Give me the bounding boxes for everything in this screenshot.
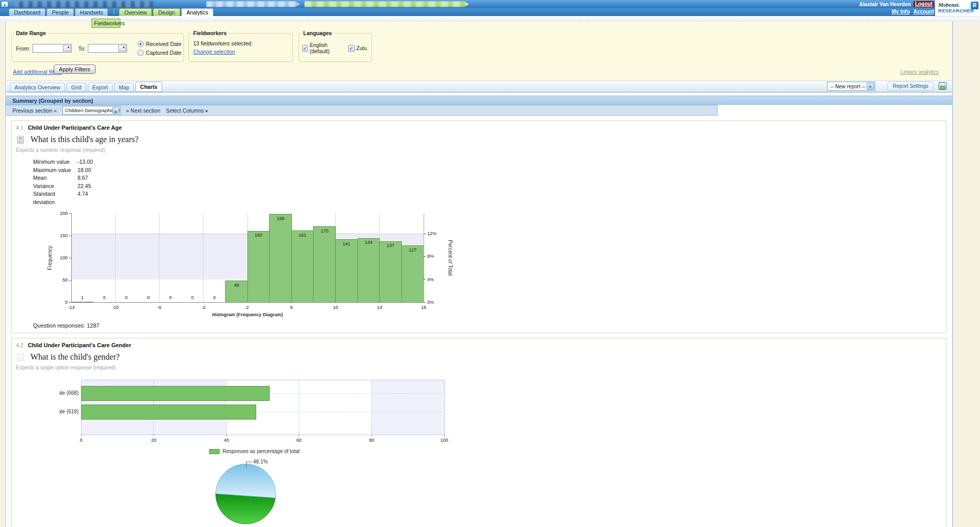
question-text: What is this child's age in years? bbox=[30, 135, 138, 144]
section-number: 4.1 bbox=[16, 125, 23, 131]
previous-section-link[interactable]: Previous section « bbox=[12, 107, 57, 114]
fieldworkers-menu-item[interactable]: Fieldworkers bbox=[91, 19, 120, 28]
report-settings-button[interactable]: Report Settings bbox=[888, 82, 934, 91]
svg-text:12%: 12% bbox=[427, 231, 437, 236]
breadcrumb-section-redacted[interactable] bbox=[304, 1, 469, 7]
legacy-analytics-link[interactable]: Legacy analytics bbox=[900, 69, 939, 75]
my-info-link[interactable]: My Info bbox=[892, 9, 910, 14]
svg-text:0: 0 bbox=[125, 295, 128, 300]
svg-text:Female (619): Female (619) bbox=[59, 409, 79, 414]
fieldworkers-selected-text: 13 fieldworkers selected bbox=[193, 40, 292, 47]
calendar-icon[interactable] bbox=[63, 45, 71, 52]
to-date-input[interactable] bbox=[88, 44, 127, 53]
svg-text:0: 0 bbox=[169, 295, 172, 300]
single-option-question-icon bbox=[17, 353, 24, 361]
svg-text:Frequency: Frequency bbox=[47, 245, 53, 270]
question-section-4-2: 4.2Child Under Participant's Care Gender… bbox=[11, 338, 946, 527]
svg-text:-10: -10 bbox=[112, 305, 119, 310]
breadcrumb-survey-redacted[interactable] bbox=[206, 1, 300, 7]
nav-tab-design[interactable]: Design bbox=[153, 8, 180, 16]
svg-text:0: 0 bbox=[103, 295, 105, 300]
nav-separator bbox=[114, 9, 114, 14]
svg-text:-6: -6 bbox=[157, 305, 161, 310]
svg-text:40: 40 bbox=[224, 438, 229, 443]
zulu-checkbox[interactable] bbox=[348, 45, 355, 52]
legend-swatch-green bbox=[209, 449, 220, 454]
svg-text:0: 0 bbox=[191, 295, 194, 300]
svg-text:100: 100 bbox=[60, 255, 68, 260]
svg-text:14: 14 bbox=[377, 305, 382, 310]
summary-content: 4.1Child Under Participant's Care Age Wh… bbox=[6, 116, 952, 527]
main-nav: Dashboard People Handsets Overview Desig… bbox=[0, 8, 980, 16]
svg-text:0%: 0% bbox=[427, 300, 434, 305]
next-section-link[interactable]: » Next section bbox=[126, 107, 161, 114]
svg-text:0: 0 bbox=[147, 295, 150, 300]
received-date-radio[interactable] bbox=[137, 41, 144, 47]
account-link[interactable]: Account bbox=[913, 9, 934, 14]
zulu-language-option[interactable]: Zulu bbox=[348, 45, 367, 52]
main-container: Date Range From: To: Received Date Captu… bbox=[5, 22, 953, 527]
svg-text:-2: -2 bbox=[201, 305, 206, 310]
question-responses-count: Question responses: 1287 bbox=[33, 322, 946, 329]
english-language-option[interactable]: English (default) bbox=[302, 42, 344, 54]
logout-link[interactable]: Logout bbox=[913, 1, 934, 7]
section-number: 4.2 bbox=[16, 343, 23, 348]
question-expects-note: Expects a numeric response (required) bbox=[16, 147, 946, 153]
svg-text:200: 200 bbox=[60, 211, 68, 216]
english-checkbox[interactable] bbox=[302, 45, 308, 52]
report-toolbar: Analytics Overview Grid Export Map Chart… bbox=[6, 81, 952, 92]
nav-tab-overview[interactable]: Overview bbox=[119, 8, 152, 16]
svg-text:161: 161 bbox=[299, 233, 306, 238]
from-label: From: bbox=[16, 45, 30, 52]
report-tab-map[interactable]: Map bbox=[114, 83, 134, 92]
bar-chart-legend: Responses as percentage of total bbox=[209, 448, 946, 454]
section-title: Child Under Participant's Care Age bbox=[28, 125, 122, 131]
svg-text:20: 20 bbox=[151, 438, 157, 443]
user-name: Alastair Van Heerden bbox=[859, 2, 911, 7]
save-icon[interactable] bbox=[938, 82, 947, 91]
window-menu-button[interactable] bbox=[1, 1, 8, 7]
section-title: Child Under Participant's Care Gender bbox=[28, 342, 131, 348]
date-range-fieldset: Date Range From: To: Received Date Captu… bbox=[11, 30, 184, 62]
apply-filters-button[interactable]: Apply Filters bbox=[54, 65, 96, 74]
svg-text:Percent of Total: Percent of Total bbox=[447, 240, 453, 275]
report-tab-export[interactable]: Export bbox=[88, 83, 113, 92]
svg-text:0: 0 bbox=[80, 438, 82, 443]
nav-tab-people[interactable]: People bbox=[46, 8, 74, 16]
languages-fieldset: Languages English (default) Zulu bbox=[299, 30, 372, 62]
calendar-icon[interactable] bbox=[118, 45, 126, 52]
section-nav-bar: Previous section « Children Demographics… bbox=[6, 105, 718, 116]
received-date-option[interactable]: Received Date bbox=[137, 41, 181, 47]
nav-tab-handsets[interactable]: Handsets bbox=[75, 8, 108, 16]
svg-text:150: 150 bbox=[60, 233, 68, 238]
question-text: What is the child's gender? bbox=[30, 352, 120, 362]
svg-text:100: 100 bbox=[440, 438, 448, 443]
svg-text:8%: 8% bbox=[427, 254, 434, 259]
svg-text:60: 60 bbox=[297, 438, 302, 443]
svg-text:0: 0 bbox=[213, 295, 216, 300]
new-report-select[interactable]: -- New report -- bbox=[827, 82, 875, 91]
captured-date-option[interactable]: Captured Date bbox=[137, 50, 181, 56]
section-select[interactable]: Children Demographics (R) bbox=[63, 106, 120, 115]
stats-table: Minimum value-13.00 Maximum value18.00 M… bbox=[33, 158, 946, 206]
chevron-down-icon[interactable] bbox=[112, 107, 119, 114]
gender-pie-chart: 48.1%51.9% bbox=[168, 458, 946, 527]
change-selection-link[interactable]: Change selection bbox=[193, 49, 235, 55]
nav-tab-dashboard[interactable]: Dashboard bbox=[9, 8, 45, 16]
svg-text:Histogram (Frequency Diagram): Histogram (Frequency Diagram) bbox=[212, 312, 283, 317]
svg-text:4%: 4% bbox=[427, 277, 434, 282]
from-date-input[interactable] bbox=[33, 44, 72, 53]
fieldworkers-legend: Fieldworkers bbox=[192, 30, 228, 36]
select-columns-menu[interactable]: Select Columns bbox=[166, 107, 208, 114]
report-tab-charts[interactable]: Charts bbox=[135, 82, 162, 92]
title-bar: Alastair Van Heerden Logout bbox=[0, 0, 980, 8]
report-tab-grid[interactable]: Grid bbox=[67, 83, 86, 92]
chevron-down-icon[interactable] bbox=[866, 83, 874, 90]
svg-text:18: 18 bbox=[421, 305, 426, 310]
svg-text:137: 137 bbox=[387, 243, 395, 248]
summary-header: Summary (Grouped by section) bbox=[6, 96, 952, 105]
nav-tab-analytics[interactable]: Analytics bbox=[181, 8, 213, 16]
report-tab-analytics-overview[interactable]: Analytics Overview bbox=[10, 83, 65, 92]
project-name-redacted bbox=[14, 1, 154, 7]
captured-date-radio[interactable] bbox=[137, 50, 144, 56]
